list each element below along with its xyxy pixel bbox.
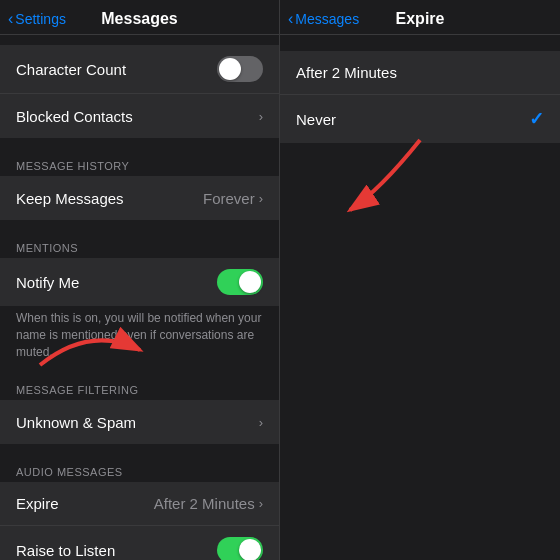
raise-to-listen-row[interactable]: Raise to Listen (0, 526, 279, 560)
audio-messages-group: Expire After 2 Minutes › Raise to Listen (0, 482, 279, 560)
message-history-group: Keep Messages Forever › (0, 176, 279, 220)
page-title-right: Expire (396, 10, 445, 28)
notify-note: When this is on, you will be notified wh… (0, 306, 279, 370)
blocked-contacts-label: Blocked Contacts (16, 108, 259, 125)
raise-to-listen-toggle[interactable] (217, 537, 263, 560)
chevron-left-icon: ‹ (288, 10, 293, 28)
after-2-min-row[interactable]: After 2 Minutes (280, 51, 560, 95)
message-filtering-group: Unknown & Spam › (0, 400, 279, 444)
character-count-label: Character Count (16, 61, 217, 78)
character-count-row[interactable]: Character Count (0, 45, 279, 94)
unknown-spam-row[interactable]: Unknown & Spam › (0, 400, 279, 444)
keep-messages-row[interactable]: Keep Messages Forever › (0, 176, 279, 220)
keep-messages-label: Keep Messages (16, 190, 203, 207)
character-count-toggle[interactable] (217, 56, 263, 82)
nav-bar-left: ‹ Settings Messages (0, 0, 279, 35)
chevron-icon: › (259, 415, 263, 430)
mentions-header: MENTIONS (0, 228, 279, 258)
unknown-spam-label: Unknown & Spam (16, 414, 259, 431)
top-group: Character Count Blocked Contacts › (0, 45, 279, 138)
blocked-contacts-row[interactable]: Blocked Contacts › (0, 94, 279, 138)
expire-settings-panel: ‹ Messages Expire After 2 Minutes Never … (280, 0, 560, 560)
notify-me-label: Notify Me (16, 274, 217, 291)
chevron-icon: › (259, 191, 263, 206)
message-history-header: MESSAGE HISTORY (0, 146, 279, 176)
toggle-knob (239, 271, 261, 293)
expire-value: After 2 Minutes (154, 495, 255, 512)
back-label-left: Settings (15, 11, 66, 27)
after-2-min-label: After 2 Minutes (296, 64, 397, 81)
notify-me-toggle[interactable] (217, 269, 263, 295)
mentions-group: Notify Me (0, 258, 279, 306)
chevron-icon: › (259, 109, 263, 124)
message-filtering-header: MESSAGE FILTERING (0, 370, 279, 400)
page-title-left: Messages (101, 10, 178, 28)
expire-row[interactable]: Expire After 2 Minutes › (0, 482, 279, 526)
messages-settings-panel: ‹ Settings Messages Character Count Bloc… (0, 0, 280, 560)
chevron-icon: › (259, 496, 263, 511)
keep-messages-value: Forever (203, 190, 255, 207)
back-label-right: Messages (295, 11, 359, 27)
expire-content: After 2 Minutes Never ✓ (280, 35, 560, 560)
expire-options-list: After 2 Minutes Never ✓ (280, 51, 560, 143)
nav-bar-right: ‹ Messages Expire (280, 0, 560, 35)
checkmark-icon: ✓ (529, 108, 544, 130)
expire-options-group: After 2 Minutes Never ✓ (280, 51, 560, 143)
back-button-right[interactable]: ‹ Messages (288, 10, 359, 28)
never-row[interactable]: Never ✓ (280, 95, 560, 143)
audio-messages-header: AUDIO MESSAGES (0, 452, 279, 482)
notify-me-row[interactable]: Notify Me (0, 258, 279, 306)
never-label: Never (296, 111, 336, 128)
chevron-left-icon: ‹ (8, 10, 13, 28)
toggle-knob (239, 539, 261, 560)
raise-to-listen-label: Raise to Listen (16, 542, 217, 559)
back-button-left[interactable]: ‹ Settings (8, 10, 66, 28)
expire-label: Expire (16, 495, 154, 512)
toggle-knob (219, 58, 241, 80)
settings-content: Character Count Blocked Contacts › MESSA… (0, 35, 279, 560)
